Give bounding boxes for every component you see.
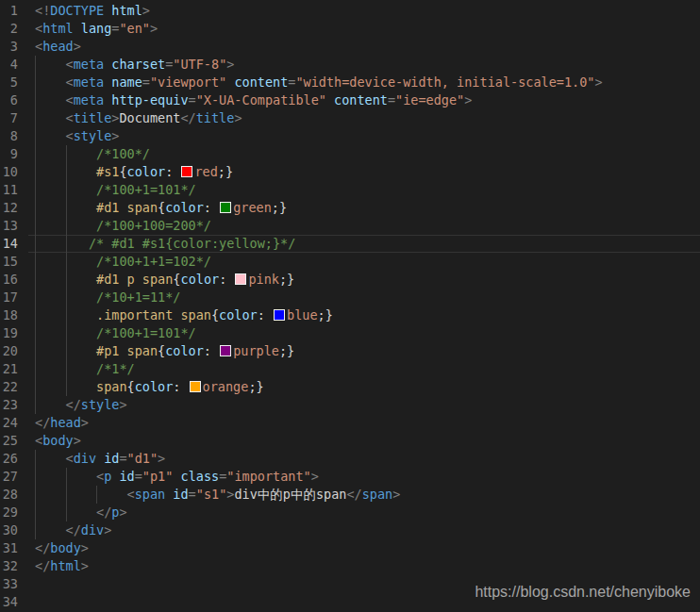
code-line-2[interactable]: 2<html lang="en"> bbox=[0, 20, 700, 38]
code-line-19[interactable]: 19 /*100+1=101*/ bbox=[0, 324, 700, 342]
color-swatch[interactable] bbox=[190, 381, 201, 392]
code-line-20[interactable]: 20 #p1 span{color: purple;} bbox=[0, 342, 700, 360]
code-line-content: <p id="p1" class="important"> bbox=[35, 468, 700, 486]
code-line-23[interactable]: 23 </style> bbox=[0, 396, 700, 414]
code-line-4[interactable]: 4 <meta charset="UTF-8"> bbox=[0, 56, 700, 74]
code-token: < bbox=[66, 57, 74, 72]
code-line-18[interactable]: 18 .important span{color: blue;} bbox=[0, 306, 700, 324]
code-token: span bbox=[180, 307, 211, 323]
code-token bbox=[35, 128, 66, 143]
code-line-15[interactable]: 15 /*100+1+1=102*/ bbox=[0, 253, 700, 271]
line-number: 11 bbox=[0, 181, 18, 199]
line-number: 29 bbox=[0, 504, 18, 521]
code-line-30[interactable]: 30 </div> bbox=[0, 521, 700, 539]
code-line-content: <head> bbox=[35, 38, 700, 56]
code-token: #d1 bbox=[96, 200, 119, 215]
code-token: "important" bbox=[226, 469, 310, 484]
code-token: id bbox=[119, 469, 134, 484]
code-token: </ bbox=[66, 522, 81, 538]
code-line-28[interactable]: 28 <span id="s1">div中的p中的span</span> bbox=[0, 486, 700, 504]
code-line-17[interactable]: 17 /*10+1=11*/ bbox=[0, 289, 700, 306]
color-swatch[interactable] bbox=[181, 166, 192, 177]
code-token: ;} bbox=[279, 272, 294, 287]
indent-guide bbox=[35, 450, 36, 468]
code-line-12[interactable]: 12 #d1 span{color: green;} bbox=[0, 199, 700, 217]
code-line-content: </div> bbox=[35, 521, 700, 539]
code-token bbox=[35, 487, 127, 502]
code-token: span bbox=[135, 487, 166, 502]
code-token: span bbox=[96, 379, 127, 394]
code-token: span bbox=[142, 272, 174, 287]
code-line-31[interactable]: 31</body> bbox=[0, 539, 700, 557]
code-line-25[interactable]: 25<body> bbox=[0, 432, 700, 450]
color-swatch[interactable] bbox=[235, 273, 246, 285]
code-line-content: /*100*/ bbox=[35, 145, 700, 163]
code-token: > bbox=[464, 92, 472, 108]
code-line-7[interactable]: 7 <title>Document</title> bbox=[0, 109, 700, 127]
code-token: /*100+100=200*/ bbox=[96, 218, 211, 233]
code-line-11[interactable]: 11 /*100+1=101*/ bbox=[0, 181, 700, 199]
code-token: Document bbox=[119, 110, 180, 125]
code-token bbox=[119, 343, 126, 358]
code-line-3[interactable]: 3<head> bbox=[0, 38, 700, 56]
indent-guide bbox=[35, 163, 36, 181]
color-swatch[interactable] bbox=[274, 309, 285, 321]
code-line-29[interactable]: 29 </p> bbox=[0, 504, 700, 521]
code-token: class bbox=[181, 469, 220, 484]
code-line-content: <meta http-equiv="X-UA-Compatible" conte… bbox=[35, 91, 700, 109]
code-token: style bbox=[74, 128, 112, 143]
gutter-gap bbox=[18, 432, 35, 450]
code-line-32[interactable]: 32</html> bbox=[0, 557, 700, 575]
code-token: > bbox=[311, 469, 319, 484]
code-token: name bbox=[111, 74, 142, 90]
code-token bbox=[35, 236, 89, 251]
code-line-8[interactable]: 8 <style> bbox=[0, 127, 700, 145]
indent-guide bbox=[66, 199, 67, 217]
code-token: < bbox=[35, 433, 42, 448]
code-line-21[interactable]: 21 /*1*/ bbox=[0, 360, 700, 378]
code-token: charset bbox=[111, 57, 165, 72]
line-number: 15 bbox=[0, 253, 18, 271]
color-swatch[interactable] bbox=[220, 345, 231, 356]
code-token: > bbox=[74, 433, 81, 448]
code-token: < bbox=[127, 487, 135, 502]
code-editor[interactable]: 1<!DOCTYPE html>2<html lang="en">3<head>… bbox=[0, 0, 700, 612]
line-number: 30 bbox=[0, 521, 18, 539]
code-token: </ bbox=[35, 558, 50, 573]
line-number: 7 bbox=[0, 109, 18, 127]
indent-guide bbox=[35, 342, 36, 360]
code-line-content: #d1 span{color: green;} bbox=[35, 199, 700, 217]
code-line-5[interactable]: 5 <meta name="viewport" content="width=d… bbox=[0, 74, 700, 91]
code-token: "p1" bbox=[142, 469, 174, 484]
code-line-14[interactable]: 14 /* #d1 #s1{color:yellow;}*/ bbox=[0, 235, 700, 253]
code-line-22[interactable]: 22 span{color: orange;} bbox=[0, 378, 700, 396]
code-token: #p1 bbox=[96, 343, 119, 358]
code-line-9[interactable]: 9 /*100*/ bbox=[0, 145, 700, 163]
code-token: </ bbox=[180, 110, 195, 125]
gutter-gap bbox=[18, 486, 35, 504]
line-number: 33 bbox=[0, 575, 18, 593]
code-line-content: span{color: orange;} bbox=[35, 378, 700, 396]
code-token: "X-UA-Compatible" bbox=[196, 92, 326, 108]
code-token: > bbox=[119, 397, 126, 412]
color-swatch[interactable] bbox=[220, 202, 231, 213]
indent-guide bbox=[66, 235, 67, 253]
code-line-13[interactable]: 13 /*100+100=200*/ bbox=[0, 217, 700, 235]
code-line-24[interactable]: 24</head> bbox=[0, 414, 700, 432]
line-number: 24 bbox=[0, 414, 18, 432]
gutter-gap bbox=[18, 127, 35, 145]
code-token: < bbox=[66, 451, 74, 466]
code-line-10[interactable]: 10 #s1{color: red;} bbox=[0, 163, 700, 181]
code-token: "en" bbox=[119, 21, 150, 36]
code-line-1[interactable]: 1<!DOCTYPE html> bbox=[0, 2, 700, 20]
code-line-content: /* #d1 #s1{color:yellow;}*/ bbox=[35, 235, 700, 253]
code-token: < bbox=[35, 21, 42, 36]
code-line-27[interactable]: 27 <p id="p1" class="important"> bbox=[0, 468, 700, 486]
code-token: /*100+1+1=102*/ bbox=[96, 254, 211, 269]
line-number: 20 bbox=[0, 342, 18, 360]
code-line-6[interactable]: 6 <meta http-equiv="X-UA-Compatible" con… bbox=[0, 91, 700, 109]
code-line-26[interactable]: 26 <div id="d1"> bbox=[0, 450, 700, 468]
gutter-gap bbox=[18, 324, 35, 342]
code-line-16[interactable]: 16 #d1 p span{color: pink;} bbox=[0, 271, 700, 289]
gutter-gap bbox=[18, 145, 35, 163]
